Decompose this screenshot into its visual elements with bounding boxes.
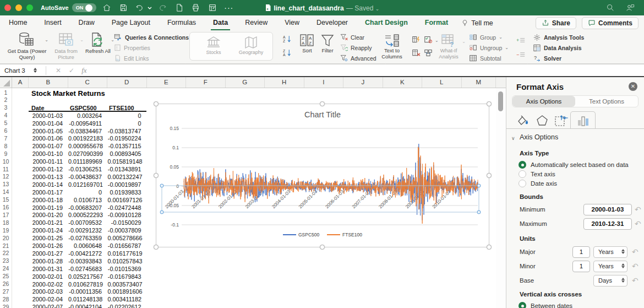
data-analysis-button[interactable]: Data Analysis xyxy=(533,44,581,52)
cell-date[interactable]: 2000-01-05 xyxy=(29,128,65,134)
row-header-17[interactable]: 17 xyxy=(0,212,12,218)
redo-icon[interactable] xyxy=(157,2,169,13)
chart-handle-s[interactable] xyxy=(320,245,325,250)
chart-handle-e[interactable] xyxy=(487,173,492,178)
scrollbar-thumb[interactable] xyxy=(498,91,503,111)
row-header-8[interactable]: 8 xyxy=(0,143,12,149)
reset-maximum-icon[interactable]: ↷ xyxy=(635,219,641,228)
cell-ftse100[interactable]: 0.00893405 xyxy=(108,150,144,157)
cell-date[interactable]: 2000-01-18 xyxy=(29,197,65,203)
refresh-all-button[interactable]: ⌄ Refresh All xyxy=(84,32,112,55)
comments-button[interactable]: Comments xyxy=(582,17,638,29)
reset-base-icon[interactable]: ↷ xyxy=(632,276,638,285)
column-header-K[interactable]: K xyxy=(383,77,423,88)
minor-value-input[interactable]: 1 xyxy=(572,261,590,272)
what-if-analysis-button[interactable]: ? ⌄ What-If Analysis xyxy=(435,34,462,60)
row-header-7[interactable]: 7 xyxy=(0,135,12,142)
minimize-window-button[interactable] xyxy=(15,4,22,11)
save-icon[interactable] xyxy=(117,2,129,13)
undo-menu-chevron-icon[interactable] xyxy=(147,2,152,13)
row-header-16[interactable]: 16 xyxy=(0,204,12,210)
cell-ftse100[interactable]: -0.00910128 xyxy=(108,212,144,218)
row-header-23[interactable]: 23 xyxy=(0,257,12,264)
cell-gspc500[interactable]: 0.012169701 xyxy=(68,181,105,188)
cell-gspc500[interactable]: 0.003264 xyxy=(68,112,105,119)
people-icon[interactable] xyxy=(624,2,636,13)
sort-button[interactable]: ZAAZ Sort xyxy=(297,34,317,54)
column-header-C[interactable]: C xyxy=(68,77,108,88)
row-header-15[interactable]: 15 xyxy=(0,196,12,203)
cell-date[interactable]: 2000-01-04 xyxy=(29,120,65,127)
cell-date[interactable]: 2000-01-07 xyxy=(29,143,65,149)
chart-handle-se[interactable] xyxy=(487,245,492,250)
close-window-button[interactable] xyxy=(4,4,11,11)
row-header-29[interactable]: 29 xyxy=(0,304,12,308)
get-data-button[interactable]: ⌄ Get Data (Power Query) xyxy=(7,32,47,61)
cell-date[interactable]: 2000-01-14 xyxy=(29,181,65,188)
cell-date[interactable]: 2000-01-24 xyxy=(29,227,65,234)
cell-gspc500[interactable]: -0.00393843 xyxy=(68,258,105,264)
minimum-input[interactable]: 2000-01-03 xyxy=(583,204,632,215)
cell-gspc500[interactable]: -0.00438637 xyxy=(68,174,105,180)
major-unit-select[interactable]: Years xyxy=(593,246,627,258)
cell-gspc500[interactable]: 0.011189969 xyxy=(68,158,105,165)
cell-ftse100[interactable]: 0.010257843 xyxy=(108,258,144,264)
clear-filter-button[interactable]: Clear xyxy=(340,34,364,41)
cancel-icon[interactable]: ✕ xyxy=(56,67,61,74)
row-header-13[interactable]: 13 xyxy=(0,181,12,187)
tab-format[interactable]: Format xyxy=(423,15,450,30)
analysis-tools-button[interactable]: Analysis Tools xyxy=(533,34,584,41)
base-unit-select[interactable]: Days xyxy=(593,275,627,287)
tab-draw[interactable]: Draw xyxy=(77,15,97,30)
tab-chart-design[interactable]: Chart Design xyxy=(363,15,410,30)
queries-connections-button[interactable]: Queries & Connections xyxy=(114,34,189,41)
cell-date[interactable]: 2000-01-28 xyxy=(29,258,65,264)
sheet-title-cell[interactable]: Stock Market Returns xyxy=(31,89,152,98)
cell-gspc500[interactable]: 0.010627819 xyxy=(68,281,105,288)
cell-ftse100[interactable]: -0.01357115 xyxy=(108,143,144,149)
effects-icon[interactable] xyxy=(534,114,550,128)
cell-ftse100[interactable]: 0.015819148 xyxy=(108,158,144,165)
vertical-scrollbar[interactable] xyxy=(496,88,506,308)
column-header-G[interactable]: G xyxy=(226,77,265,88)
cell-ftse100[interactable]: -0.02202612 xyxy=(108,304,144,308)
cell-date[interactable]: 2000-01-19 xyxy=(29,204,65,211)
reset-minor-icon[interactable]: ↷ xyxy=(632,262,638,271)
cell-gspc500[interactable]: -0.02745683 xyxy=(68,266,105,272)
cell-gspc500[interactable]: -0.00709532 xyxy=(68,219,105,226)
hide-detail-button[interactable]: − xyxy=(516,51,525,58)
chart-handle-nw[interactable] xyxy=(154,101,159,106)
cell-gspc500[interactable]: -0.00421272 xyxy=(68,250,105,257)
home-icon[interactable] xyxy=(101,2,113,13)
cell-gspc500[interactable]: -0.00011356 xyxy=(68,288,105,295)
cell-gspc500[interactable]: 0.000955678 xyxy=(68,143,105,149)
name-box-stepper[interactable] xyxy=(32,68,38,73)
cell-date[interactable]: 2000-01-27 xyxy=(29,250,65,257)
cell-date[interactable]: 2000-01-12 xyxy=(29,166,65,172)
row-header-11[interactable]: 11 xyxy=(0,166,12,172)
chart-handle-ne[interactable] xyxy=(487,101,492,106)
column-header-E[interactable]: E xyxy=(147,77,187,88)
cell-gspc500[interactable]: 0 xyxy=(68,189,105,196)
data-validation-button[interactable] xyxy=(424,36,433,44)
cell-gspc500[interactable]: 0.000522293 xyxy=(68,212,105,218)
row-header-6[interactable]: 6 xyxy=(0,127,12,134)
tab-home[interactable]: Home xyxy=(7,15,29,30)
chart-handle-sw[interactable] xyxy=(154,245,159,250)
cell-ftse100[interactable]: -0.01656787 xyxy=(108,242,144,249)
cell-ftse100[interactable]: 0 xyxy=(108,120,144,127)
autosave-toggle[interactable]: ON xyxy=(72,3,96,12)
save-as-icon[interactable] xyxy=(206,2,219,13)
row-header-24[interactable]: 24 xyxy=(0,265,12,272)
cell-gspc500[interactable]: -0.00954911 xyxy=(68,120,105,127)
reset-major-icon[interactable]: ↷ xyxy=(632,247,638,256)
subtotal-button[interactable]: Subtotal xyxy=(469,55,501,62)
cell-date[interactable]: 2000-01-20 xyxy=(29,212,65,218)
cell-date[interactable]: 2000-01-10 xyxy=(29,150,65,157)
flash-fill-button[interactable] xyxy=(412,36,421,44)
cell-gspc500[interactable]: 0.0060648 xyxy=(68,242,105,249)
cell-gspc500[interactable]: -0.00042104 xyxy=(68,304,105,308)
reset-minimum-icon[interactable]: ↷ xyxy=(635,205,641,214)
tab-data[interactable]: Data xyxy=(211,15,230,30)
radio-auto-select[interactable] xyxy=(519,161,526,169)
